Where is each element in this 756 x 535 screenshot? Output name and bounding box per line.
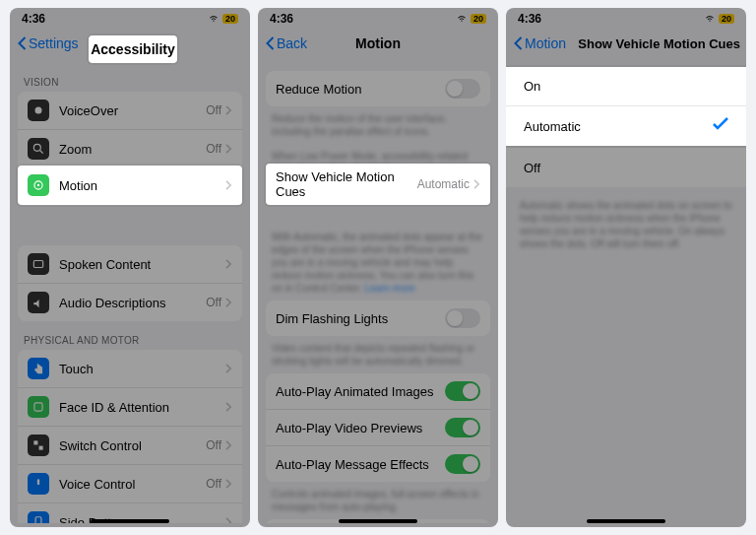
battery-icon: 20 <box>471 14 486 24</box>
chevron-right-icon <box>225 140 232 158</box>
screenshot-svmc-options: 4:36 20 Motion Show Vehicle Motion Cues … <box>506 8 746 527</box>
chevron-right-icon <box>225 436 232 454</box>
chevron-right-icon <box>225 513 232 523</box>
row-switch-control[interactable]: Switch ControlOff <box>18 427 242 465</box>
switch-icon <box>28 435 49 456</box>
checkmark-icon <box>713 117 728 135</box>
audio-desc-icon <box>28 292 49 313</box>
touch-icon <box>28 358 49 379</box>
row-spoken-content[interactable]: Spoken Content <box>18 245 242 284</box>
svg-rect-8 <box>39 446 43 450</box>
wifi-icon <box>208 12 220 26</box>
voiceover-icon <box>28 100 49 121</box>
home-indicator <box>339 519 417 523</box>
svg-point-1 <box>33 144 40 151</box>
nav-title: Motion <box>355 35 401 51</box>
nav-bar: Back Motion <box>258 28 498 63</box>
svg-point-4 <box>37 184 39 186</box>
row-voice-control[interactable]: Voice ControlOff <box>18 465 242 503</box>
wifi-icon <box>456 12 468 26</box>
row-zoom[interactable]: ZoomOff <box>18 130 242 168</box>
highlight-options: On Automatic <box>506 67 746 146</box>
nav-title: Accessibility <box>91 41 175 57</box>
highlight-motion-row[interactable]: Motion <box>18 166 242 205</box>
zoom-icon <box>28 138 49 160</box>
status-time: 4:36 <box>270 12 293 26</box>
screenshot-accessibility: 4:36 20 Settings Accessibility VISION Vo… <box>10 8 250 527</box>
svmc-value: Automatic <box>417 177 470 191</box>
back-button[interactable]: Motion <box>514 35 566 51</box>
chevron-right-icon <box>225 255 232 273</box>
nav-bar: Motion Show Vehicle Motion Cues <box>506 28 746 63</box>
chevron-right-icon <box>473 175 480 193</box>
svg-point-0 <box>35 107 42 114</box>
svg-rect-6 <box>34 403 42 411</box>
row-face-id[interactable]: Face ID & Attention <box>18 388 242 427</box>
row-audio-descriptions[interactable]: Audio DescriptionsOff <box>18 284 242 321</box>
toggle-auto-images[interactable] <box>445 381 480 401</box>
back-label: Motion <box>525 35 566 51</box>
row-touch[interactable]: Touch <box>18 350 242 388</box>
chevron-right-icon <box>225 360 232 377</box>
row-auto-play-video[interactable]: Auto-Play Video Previews <box>266 410 490 446</box>
toggle-dim[interactable] <box>445 308 480 328</box>
svg-rect-7 <box>33 440 37 444</box>
section-header-physical: PHYSICAL AND MOTOR <box>10 321 250 350</box>
highlight-accessibility-title: Accessibility <box>89 35 177 63</box>
toggle-auto-video[interactable] <box>445 418 480 437</box>
row-voiceover[interactable]: VoiceOverOff <box>18 92 242 130</box>
desc-svmc: With Automatic, the animated dots appear… <box>258 225 498 301</box>
desc-dim: Video content that depicts repeated flas… <box>258 336 498 373</box>
side-button-icon <box>28 511 49 523</box>
svmc-label: Show Vehicle Motion Cues <box>276 169 417 199</box>
back-button[interactable]: Back <box>266 35 307 51</box>
desc-auto: Controls animated images, full-screen ef… <box>258 482 498 519</box>
motion-icon <box>28 174 49 196</box>
section-header-vision: VISION <box>10 63 250 92</box>
back-button[interactable]: Settings <box>18 35 79 51</box>
battery-icon: 20 <box>222 14 238 24</box>
option-off[interactable]: Off <box>506 148 746 187</box>
status-bar: 4:36 20 <box>506 8 746 28</box>
home-indicator <box>587 519 665 523</box>
chevron-right-icon <box>225 176 232 194</box>
learn-more-link[interactable]: Learn more <box>365 283 415 294</box>
desc-svmc-options: Automatic shows the animated dots on scr… <box>506 193 746 256</box>
spoken-content-icon <box>28 253 49 275</box>
chevron-right-icon <box>225 101 232 119</box>
wifi-icon <box>704 12 716 26</box>
chevron-right-icon <box>225 398 232 416</box>
row-auto-play-message[interactable]: Auto-Play Message Effects <box>266 446 490 482</box>
svg-rect-5 <box>33 261 42 268</box>
svg-rect-10 <box>35 517 41 523</box>
status-bar: 4:36 20 <box>258 8 498 28</box>
back-label: Settings <box>29 35 79 51</box>
option-automatic[interactable]: Automatic <box>506 106 746 146</box>
toggle-auto-message[interactable] <box>445 454 480 474</box>
motion-label: Motion <box>59 178 225 193</box>
battery-icon: 20 <box>719 14 734 24</box>
chevron-right-icon <box>225 294 232 311</box>
row-auto-play-images[interactable]: Auto-Play Animated Images <box>266 373 490 410</box>
face-id-icon <box>28 396 49 418</box>
voice-control-icon <box>28 473 49 495</box>
option-on[interactable]: On <box>506 67 746 106</box>
row-dim-flashing[interactable]: Dim Flashing Lights <box>266 301 490 336</box>
screenshot-motion: 4:36 20 Back Motion Reduce Motion Reduce… <box>258 8 498 527</box>
highlight-svmc-row[interactable]: Show Vehicle Motion Cues Automatic <box>266 164 490 205</box>
home-indicator <box>91 519 169 523</box>
back-label: Back <box>277 35 307 51</box>
chevron-right-icon <box>225 475 232 493</box>
toggle-reduce-motion[interactable] <box>445 79 480 99</box>
status-bar: 4:36 20 <box>10 8 250 28</box>
row-reduce-motion[interactable]: Reduce Motion <box>266 71 490 106</box>
status-time: 4:36 <box>22 12 45 26</box>
nav-title: Show Vehicle Motion Cues <box>578 36 740 51</box>
svg-rect-9 <box>37 479 39 485</box>
desc-reduce: Reduce the motion of the user interface,… <box>258 106 498 144</box>
status-time: 4:36 <box>518 12 541 26</box>
